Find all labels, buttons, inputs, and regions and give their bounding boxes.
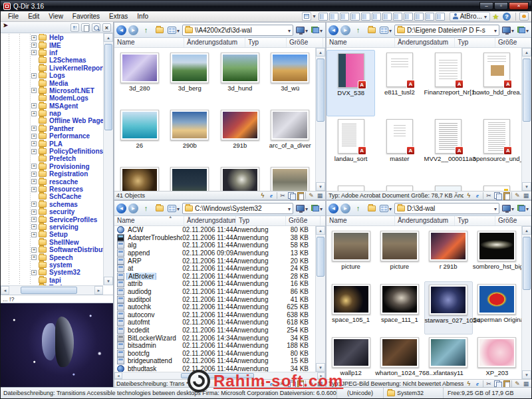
new-folder-button[interactable] xyxy=(154,25,165,36)
status-icon[interactable] xyxy=(494,192,501,199)
forward-button[interactable] xyxy=(340,25,350,35)
status-icon[interactable] xyxy=(288,380,295,387)
scrollbar-thumb[interactable] xyxy=(523,59,531,122)
layout-option-button[interactable] xyxy=(425,13,434,21)
file-row[interactable]: append 02.11.2006 09:09 Anwendung 13 KB xyxy=(114,249,315,257)
tree-item[interactable]: ModemLogs xyxy=(1,94,103,102)
file-row[interactable]: autofmt 02.11.2006 11:44 Anwendung 618 K… xyxy=(114,319,315,327)
status-icon[interactable] xyxy=(466,380,472,387)
scroll-up-arrow[interactable] xyxy=(316,48,325,57)
layout-option-button[interactable] xyxy=(361,13,370,21)
file-row[interactable]: bitsadmin 02.11.2006 11:44 Anwendung 188… xyxy=(114,342,315,350)
tree-page-icon[interactable] xyxy=(81,23,90,32)
help-icon[interactable] xyxy=(503,13,511,21)
file-row[interactable]: BitLockerWizard 02.11.2006 14:34 Anwendu… xyxy=(114,334,315,342)
new-folder-button[interactable] xyxy=(366,203,377,214)
column-header-name[interactable]: Name xyxy=(114,216,184,225)
close-button[interactable] xyxy=(509,2,529,10)
file-thumbnail[interactable] xyxy=(265,164,316,191)
status-icon[interactable] xyxy=(511,192,512,199)
column-header-size[interactable]: Größe xyxy=(495,38,531,47)
view-mode-button[interactable] xyxy=(379,25,392,36)
expand-icon[interactable] xyxy=(31,164,37,169)
layout-option-button[interactable] xyxy=(319,13,328,21)
column-header-name[interactable]: Name xyxy=(327,216,395,225)
scroll-right-arrow[interactable] xyxy=(94,286,103,295)
expand-icon[interactable] xyxy=(31,103,37,108)
status-icon[interactable] xyxy=(297,192,303,199)
pdf-thumbnail[interactable] xyxy=(473,183,521,191)
tree-item[interactable]: IME xyxy=(1,41,103,49)
column-header-type[interactable]: Typ xyxy=(455,216,495,225)
computer-button[interactable] xyxy=(295,203,309,214)
computer-button[interactable] xyxy=(295,25,309,36)
file-thumbnail[interactable]: space_111_1 xyxy=(375,281,424,334)
address-bar[interactable]: D:\Eigene Dateien\P D F-s xyxy=(394,25,499,36)
menu-item[interactable]: View xyxy=(44,13,68,20)
status-icon[interactable] xyxy=(511,380,512,387)
vertical-scrollbar[interactable] xyxy=(315,226,325,372)
go-arrow-icon[interactable] xyxy=(3,24,11,31)
vertical-scrollbar[interactable] xyxy=(521,226,531,379)
tree-horizontal-scrollbar[interactable] xyxy=(1,285,103,295)
address-bar[interactable]: \\A4200x2\d\3d-wal xyxy=(182,25,293,36)
file-name[interactable]: append xyxy=(126,249,151,257)
file-thumbnail[interactable]: 3d_280 xyxy=(114,50,165,107)
back-button[interactable] xyxy=(329,25,338,35)
menu-item[interactable]: Info xyxy=(132,13,153,20)
tools-icon[interactable] xyxy=(519,12,529,21)
tree-item[interactable]: inf xyxy=(1,49,103,57)
tree-item[interactable]: MSAgent xyxy=(1,102,103,110)
vertical-scrollbar[interactable] xyxy=(315,48,325,191)
status-icon[interactable] xyxy=(288,192,295,199)
file-name[interactable]: bridgeunattend xyxy=(126,357,174,364)
computer-button[interactable] xyxy=(501,25,515,36)
status-icon[interactable] xyxy=(308,380,315,387)
file-name[interactable]: BitLockerWizard xyxy=(126,334,178,342)
column-header-size[interactable]: Größe xyxy=(286,216,321,225)
tree-item[interactable]: L2Schemas xyxy=(1,57,103,64)
tree-vertical-scrollbar[interactable] xyxy=(103,33,113,285)
tree-close-icon[interactable] xyxy=(102,23,111,32)
address-path[interactable]: C:\Windows\System32 xyxy=(195,205,286,212)
status-icon[interactable] xyxy=(485,380,492,387)
column-header-date[interactable]: Änderungsdatum xyxy=(184,216,236,225)
file-thumbnail[interactable]: wharton_1024_768... xyxy=(375,334,424,379)
panel-toggle-icon[interactable] xyxy=(302,12,311,21)
file-row[interactable]: ACW 02.11.2006 11:44 Anwendung 80 KB xyxy=(114,226,315,234)
expand-icon[interactable] xyxy=(31,43,37,48)
chevron-down-icon[interactable] xyxy=(494,27,497,34)
status-icon[interactable] xyxy=(259,380,266,387)
pdf-thumbnail[interactable] xyxy=(424,183,473,191)
status-icon[interactable] xyxy=(268,380,275,387)
tree-item[interactable]: SoftwareDistribution xyxy=(1,246,103,253)
tree-item[interactable]: Registration xyxy=(1,170,103,178)
file-name[interactable]: autofmt xyxy=(126,319,151,326)
file-thumbnail[interactable]: 291b xyxy=(215,107,265,164)
tree-item[interactable]: Offline Web Pages xyxy=(1,117,103,124)
file-thumbnail[interactable]: 3d_berg xyxy=(165,50,215,107)
column-header-size[interactable]: Größe xyxy=(495,216,531,225)
tree-item[interactable]: servicing xyxy=(1,223,103,231)
tree-item[interactable]: System32 xyxy=(1,269,103,276)
file-name[interactable]: alg xyxy=(126,241,138,249)
expand-icon[interactable] xyxy=(31,35,37,41)
back-button[interactable] xyxy=(329,203,338,213)
file-row[interactable]: AdapterTroubleshooter 02.11.2006 11:44 A… xyxy=(114,234,315,242)
expand-icon[interactable] xyxy=(31,172,37,177)
status-icon[interactable] xyxy=(514,380,521,387)
vertical-scrollbar[interactable] xyxy=(521,48,531,191)
expand-icon[interactable] xyxy=(31,50,37,55)
expand-icon[interactable] xyxy=(31,217,37,222)
file-thumbnail[interactable]: space_105_1 xyxy=(327,281,375,334)
address-path[interactable]: \\A4200x2\d\3d-wal xyxy=(195,27,286,34)
menu-item[interactable]: Favorites xyxy=(68,13,104,20)
file-row[interactable]: ARP 02.11.2006 11:44 Anwendung 20 KB xyxy=(114,257,315,265)
tree-item[interactable]: Performance xyxy=(1,132,103,140)
tree-item[interactable]: SchCache xyxy=(1,193,103,200)
forward-button[interactable] xyxy=(128,203,138,213)
back-button[interactable] xyxy=(116,25,126,35)
scroll-down-arrow[interactable] xyxy=(522,370,531,379)
pdf-thumbnail[interactable]: opensource_und_li... xyxy=(473,116,521,183)
tree-item[interactable]: Provisioning xyxy=(1,163,103,170)
